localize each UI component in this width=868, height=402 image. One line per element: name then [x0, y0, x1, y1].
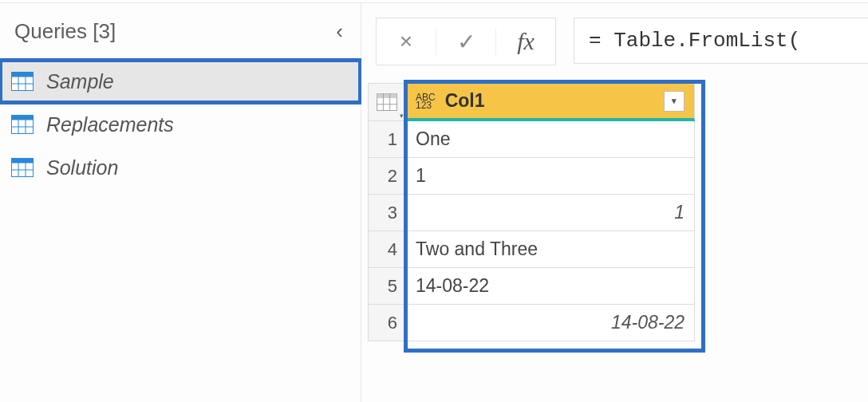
query-item-sample[interactable]: Sample [0, 60, 361, 103]
query-item-label: Replacements [46, 113, 174, 136]
svg-rect-16 [377, 93, 397, 98]
column-type-icon: ABC 123 [416, 93, 436, 109]
svg-rect-11 [12, 159, 34, 164]
data-grid: ▾ ABC 123 Col1 ▾ [368, 83, 868, 341]
queries-title: Queries [3] [14, 19, 116, 44]
query-item-replacements[interactable]: Replacements [0, 103, 361, 146]
column-header-label: Col1 [445, 90, 485, 112]
queries-header: Queries [3] ‹ [0, 3, 361, 57]
row-number[interactable]: 6 [368, 305, 406, 341]
row-number[interactable]: 2 [368, 158, 406, 195]
close-icon: × [400, 29, 412, 54]
row-number[interactable]: 5 [368, 268, 406, 305]
check-icon: ✓ [457, 29, 475, 55]
confirm-formula-button[interactable]: ✓ [436, 29, 495, 55]
formula-input-wrap[interactable] [574, 18, 868, 64]
chevron-down-icon: ▾ [672, 96, 677, 106]
cancel-formula-button[interactable]: × [377, 29, 436, 54]
query-item-label: Solution [46, 156, 118, 179]
query-list: Sample Replacements [0, 57, 361, 189]
row-number[interactable]: 4 [368, 231, 406, 268]
data-cell[interactable]: Two and Three [406, 231, 695, 268]
data-cell[interactable]: 14-08-22 [406, 268, 695, 305]
fx-button[interactable]: fx [495, 28, 555, 55]
column-header-col1[interactable]: ABC 123 Col1 ▾ [406, 83, 695, 121]
query-item-solution[interactable]: Solution [0, 146, 361, 189]
data-cell[interactable]: 1 [406, 158, 695, 195]
formula-bar: × ✓ fx [361, 3, 868, 65]
row-number[interactable]: 3 [368, 195, 406, 231]
data-cell[interactable]: One [406, 121, 695, 158]
chevron-down-icon: ▾ [400, 112, 404, 120]
queries-pane: Queries [3] ‹ Sample [0, 3, 361, 402]
formula-input[interactable] [587, 28, 855, 53]
column-filter-button[interactable]: ▾ [664, 91, 685, 112]
svg-rect-1 [12, 73, 34, 77]
data-cell[interactable]: 1 [406, 195, 695, 231]
collapse-queries-icon[interactable]: ‹ [333, 19, 346, 44]
query-item-label: Sample [46, 70, 114, 93]
formula-tools: × ✓ fx [376, 18, 556, 65]
svg-rect-6 [12, 116, 34, 120]
table-icon [11, 158, 34, 177]
editor-area: × ✓ fx [361, 3, 868, 402]
data-cell[interactable]: 14-08-22 [406, 305, 695, 341]
table-corner-button[interactable]: ▾ [368, 83, 406, 121]
row-number[interactable]: 1 [368, 121, 406, 158]
table-icon [11, 72, 34, 91]
fx-icon: fx [517, 28, 535, 55]
table-icon [11, 115, 34, 134]
